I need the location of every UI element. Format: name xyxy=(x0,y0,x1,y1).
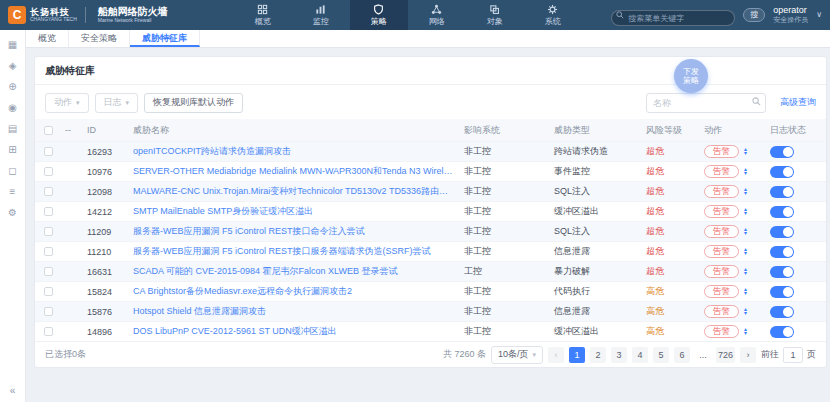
page-button[interactable]: 726 xyxy=(716,347,735,363)
risk-value: 高危 xyxy=(646,326,664,336)
advanced-query-link[interactable]: 高级查询 xyxy=(780,96,816,109)
page-button[interactable]: 2 xyxy=(590,347,606,363)
table-row: 15824 CA Brightstor备份Mediasvr.exe远程命令执行漏… xyxy=(35,281,826,301)
log-toggle[interactable] xyxy=(770,266,794,278)
action-stepper-icon[interactable]: ▴▾ xyxy=(744,268,747,275)
user-role: 安全操作员 xyxy=(773,16,808,24)
name-filter-input[interactable] xyxy=(646,93,766,113)
nav-item-system[interactable]: 系统 xyxy=(524,0,582,30)
select-all-checkbox[interactable] xyxy=(44,126,53,135)
threat-name-link[interactable]: DOS LibuPnP CVE-2012-5961 ST UDN缓冲区溢出 xyxy=(133,325,456,338)
sidebar-menu-icon-7[interactable]: ◻ xyxy=(8,166,16,176)
log-toggle[interactable] xyxy=(770,326,794,338)
row-checkbox[interactable] xyxy=(44,187,53,196)
risk-value: 超危 xyxy=(646,206,664,216)
page-size-select[interactable]: 10条/页 ▾ xyxy=(491,346,543,364)
action-stepper-icon[interactable]: ▴▾ xyxy=(744,248,747,255)
menu-search-input[interactable] xyxy=(611,10,735,26)
log-toggle[interactable] xyxy=(770,186,794,198)
goto-page-input[interactable] xyxy=(783,347,803,363)
log-toggle[interactable] xyxy=(770,226,794,238)
next-page-icon[interactable]: › xyxy=(740,347,756,363)
threat-name-link[interactable]: Hotspot Shield 信息泄露漏洞攻击 xyxy=(133,305,456,318)
risk-value: 超危 xyxy=(646,266,664,276)
page-ellipsis[interactable]: ... xyxy=(695,347,711,363)
row-checkbox[interactable] xyxy=(44,147,53,156)
threat-name-link[interactable]: SCADA 可能的 CVE-2015-0984 霍尼韦尔Falcon XLWEB… xyxy=(133,265,456,278)
action-stepper-icon[interactable]: ▴▾ xyxy=(744,328,747,335)
threat-name-link[interactable]: SMTP MailEnable SMTP身份验证缓冲区溢出 xyxy=(133,205,456,218)
search-submit-button[interactable]: 搜 xyxy=(743,8,765,22)
tab-threat-library[interactable]: 威胁特征库 xyxy=(130,30,200,47)
nav-item-policy[interactable]: 策略 xyxy=(350,0,408,30)
sidebar-menu-icon-9[interactable]: ⚙ xyxy=(8,208,17,218)
log-toggle[interactable] xyxy=(770,286,794,298)
row-checkbox[interactable] xyxy=(44,167,53,176)
restore-defaults-button[interactable]: 恢复规则库默认动作 xyxy=(144,93,243,113)
action-pill[interactable]: 告警 xyxy=(704,185,739,198)
sidebar-menu-icon-4[interactable]: ◉ xyxy=(8,103,17,113)
action-dropdown[interactable]: 动作 ▾ xyxy=(45,93,89,113)
main-nav: 概览 监控 策略 网络 对象 系统 xyxy=(234,0,582,30)
log-toggle[interactable] xyxy=(770,146,794,158)
log-toggle[interactable] xyxy=(770,166,794,178)
tab-security-policy[interactable]: 安全策略 xyxy=(69,30,130,47)
sidebar-menu-icon-5[interactable]: ▤ xyxy=(8,124,17,134)
action-pill[interactable]: 告警 xyxy=(704,325,739,338)
caret-down-icon: ▾ xyxy=(126,99,130,107)
action-stepper-icon[interactable]: ▴▾ xyxy=(744,228,747,235)
page-button[interactable]: 1 xyxy=(569,347,585,363)
action-stepper-icon[interactable]: ▴▾ xyxy=(744,168,747,175)
action-pill[interactable]: 告警 xyxy=(704,145,739,158)
row-checkbox[interactable] xyxy=(44,327,53,336)
action-pill[interactable]: 告警 xyxy=(704,305,739,318)
sidebar-menu-icon-1[interactable]: ▦ xyxy=(8,40,17,50)
row-system: 非工控 xyxy=(460,225,550,238)
nav-item-overview[interactable]: 概览 xyxy=(234,0,292,30)
sidebar-collapse-icon[interactable]: « xyxy=(10,385,16,396)
page-button[interactable]: 6 xyxy=(674,347,690,363)
nav-item-objects[interactable]: 对象 xyxy=(466,0,524,30)
page-button[interactable]: 3 xyxy=(611,347,627,363)
action-pill[interactable]: 告警 xyxy=(704,285,739,298)
row-checkbox[interactable] xyxy=(44,287,53,296)
threat-name-link[interactable]: 服务器-WEB应用漏洞 F5 iControl REST接口服务器端请求伪造(S… xyxy=(133,245,456,258)
row-checkbox[interactable] xyxy=(44,227,53,236)
prev-page-icon[interactable]: ‹ xyxy=(548,347,564,363)
action-stepper-icon[interactable]: ▴▾ xyxy=(744,308,747,315)
action-pill[interactable]: 告警 xyxy=(704,265,739,278)
action-pill[interactable]: 告警 xyxy=(704,205,739,218)
dispatch-policy-button[interactable]: 下发 策略 xyxy=(674,59,708,93)
action-stepper-icon[interactable]: ▴▾ xyxy=(744,148,747,155)
nav-item-network[interactable]: 网络 xyxy=(408,0,466,30)
threat-name-link[interactable]: 服务器-WEB应用漏洞 F5 iControl REST接口命令注入尝试 xyxy=(133,225,456,238)
threat-name-link[interactable]: MALWARE-CNC Unix.Trojan.Mirai变种对Technico… xyxy=(133,185,456,198)
threat-name-link[interactable]: CA Brightstor备份Mediasvr.exe远程命令执行漏洞攻击2 xyxy=(133,285,456,298)
log-dropdown[interactable]: 日志 ▾ xyxy=(95,93,139,113)
threat-name-link[interactable]: SERVER-OTHER Mediabridge Medialink MWN-W… xyxy=(133,165,456,178)
row-checkbox[interactable] xyxy=(44,307,53,316)
page-button[interactable]: 4 xyxy=(632,347,648,363)
sidebar-menu-icon-2[interactable]: ◈ xyxy=(9,61,17,71)
action-pill[interactable]: 告警 xyxy=(704,245,739,258)
row-checkbox[interactable] xyxy=(44,267,53,276)
action-pill[interactable]: 告警 xyxy=(704,165,739,178)
action-stepper-icon[interactable]: ▴▾ xyxy=(744,188,747,195)
log-toggle[interactable] xyxy=(770,246,794,258)
row-checkbox[interactable] xyxy=(44,207,53,216)
row-checkbox[interactable] xyxy=(44,247,53,256)
tab-overview[interactable]: 概览 xyxy=(26,30,69,47)
action-pill[interactable]: 告警 xyxy=(704,225,739,238)
sidebar-menu-icon-3[interactable]: ⊕ xyxy=(8,82,16,92)
action-stepper-icon[interactable]: ▴▾ xyxy=(744,208,747,215)
sidebar-menu-icon-8[interactable]: ≡ xyxy=(10,187,16,197)
log-toggle[interactable] xyxy=(770,306,794,318)
chevron-down-icon[interactable]: ∨ xyxy=(816,10,822,19)
sidebar-menu-icon-6[interactable]: ⊞ xyxy=(8,145,16,155)
page-button[interactable]: 5 xyxy=(653,347,669,363)
threat-name-link[interactable]: openITCOCKPIT跨站请求伪造漏洞攻击 xyxy=(133,145,456,158)
user-block[interactable]: operator 安全操作员 xyxy=(773,6,808,24)
log-toggle[interactable] xyxy=(770,206,794,218)
action-stepper-icon[interactable]: ▴▾ xyxy=(744,288,747,295)
nav-item-monitor[interactable]: 监控 xyxy=(292,0,350,30)
